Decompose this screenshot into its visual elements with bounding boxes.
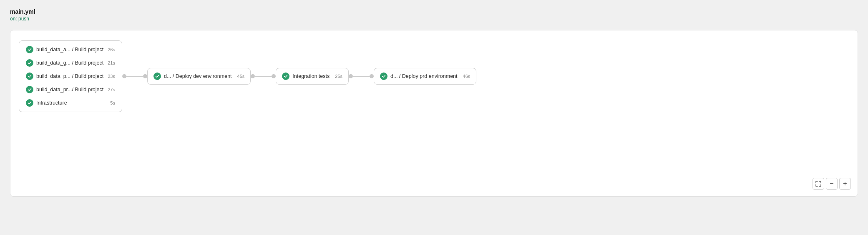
stage-item-left-3: build_data_pr.../ Build project <box>26 86 103 93</box>
check-icon-group-2 <box>26 72 33 80</box>
group-item-time-3: 27s <box>108 87 115 92</box>
zoom-out-button[interactable]: − <box>826 178 838 190</box>
group-item-label-1: build_data_g... / Build project <box>36 60 103 66</box>
group-item-label-3: build_data_pr.../ Build project <box>36 87 103 92</box>
deploy-dev-label: d... / Deploy dev environment <box>164 73 232 79</box>
connector-2 <box>251 74 276 78</box>
check-icon-integration <box>282 72 289 80</box>
group-item-4[interactable]: Infrastructure 5s <box>26 99 115 107</box>
integration-label: Integration tests <box>292 73 330 79</box>
connector-dot-3 <box>251 74 255 78</box>
stage-deploy-dev[interactable]: d... / Deploy dev environment 45s <box>147 68 251 85</box>
check-icon-deploy-prd <box>380 72 387 80</box>
group-item-1[interactable]: build_data_g... / Build project 21s <box>26 59 115 67</box>
stage-item-left-1: build_data_g... / Build project <box>26 59 103 67</box>
group-item-3[interactable]: build_data_pr.../ Build project 27s <box>26 86 115 93</box>
page-header: main.yml on: push <box>10 8 858 22</box>
group-item-time-2: 23s <box>108 74 115 79</box>
stage-item-left-0: build_data_a... / Build project <box>26 46 103 53</box>
group-item-2[interactable]: build_data_p... / Build project 23s <box>26 72 115 80</box>
check-icon-group-4 <box>26 99 33 107</box>
group-item-time-4: 5s <box>110 100 115 105</box>
connector-dot-4 <box>272 74 276 78</box>
zoom-controls: − + <box>813 178 851 190</box>
group-item-label-2: build_data_p... / Build project <box>36 73 103 79</box>
connector-dot-5 <box>349 74 353 78</box>
check-icon-group-1 <box>26 59 33 67</box>
check-icon-group-3 <box>26 86 33 93</box>
connector-line <box>126 76 143 77</box>
connector-line-3 <box>353 76 370 77</box>
group-item-time-1: 21s <box>108 60 115 65</box>
stage-integration-tests[interactable]: Integration tests 25s <box>276 68 349 85</box>
deploy-prd-time: 46s <box>463 74 470 79</box>
zoom-in-button[interactable]: + <box>839 178 851 190</box>
group-item-label-4: Infrastructure <box>36 100 67 106</box>
stage-group: build_data_a... / Build project 26s buil… <box>19 40 122 112</box>
connector-dot <box>122 74 126 78</box>
page-subtitle: on: push <box>10 16 858 22</box>
zoom-expand-button[interactable] <box>813 178 824 190</box>
deploy-prd-label: d... / Deploy prd environment <box>390 73 458 79</box>
stage-item-left-4: Infrastructure <box>26 99 67 107</box>
integration-time: 25s <box>335 74 342 79</box>
group-item-time-0: 26s <box>108 47 115 52</box>
group-item-0[interactable]: build_data_a... / Build project 26s <box>26 46 115 53</box>
stage-deploy-prd[interactable]: d... / Deploy prd environment 46s <box>374 68 476 85</box>
connector-dot-6 <box>370 74 374 78</box>
workflow-canvas: build_data_a... / Build project 26s buil… <box>10 30 858 197</box>
connector-dot-2 <box>143 74 147 78</box>
check-icon-deploy-dev <box>153 72 161 80</box>
check-icon-group-0 <box>26 46 33 53</box>
page-title: main.yml <box>10 8 858 15</box>
pipeline-row: build_data_a... / Build project 26s buil… <box>19 40 476 112</box>
connector-3 <box>349 74 374 78</box>
connector-line-2 <box>255 76 272 77</box>
deploy-dev-time: 45s <box>237 74 245 79</box>
connector-1 <box>122 74 147 78</box>
stage-item-left-2: build_data_p... / Build project <box>26 72 103 80</box>
group-item-label-0: build_data_a... / Build project <box>36 47 103 52</box>
